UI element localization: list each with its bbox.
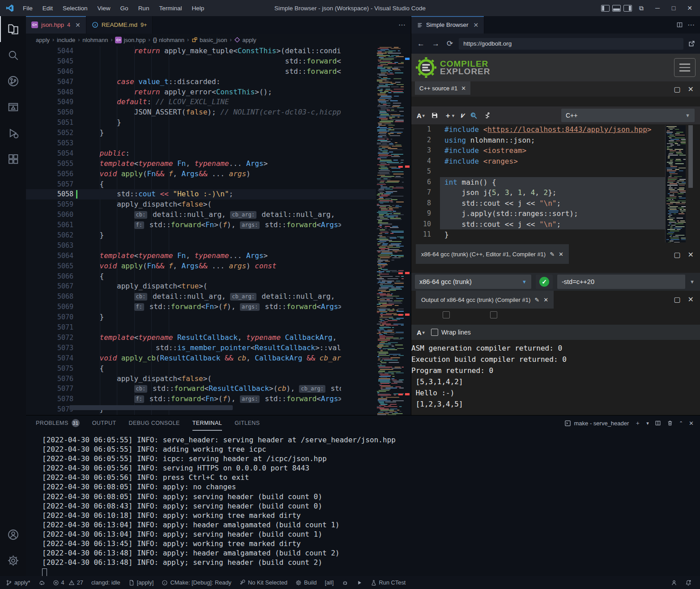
breadcrumb-item-json.hpp[interactable]: C+json.hpp bbox=[115, 37, 145, 43]
code-line-5076[interactable]: 5076 apply_dispatch<false>( bbox=[26, 374, 376, 384]
kill-terminal-icon[interactable] bbox=[667, 420, 673, 426]
open-external-icon[interactable] bbox=[688, 40, 696, 47]
minimap[interactable] bbox=[376, 46, 404, 415]
toggle-secondary-sidebar-icon[interactable] bbox=[623, 5, 632, 12]
ce-code-line-2[interactable]: 2using nlohmann::json; bbox=[411, 135, 700, 146]
menu-selection[interactable]: Selection bbox=[59, 3, 92, 13]
activity-extensions-icon[interactable] bbox=[0, 146, 26, 172]
code-line-5052[interactable]: 5052 } bbox=[26, 128, 376, 138]
compiler-select[interactable]: x86-64 gcc (trunk) ▼ bbox=[415, 275, 531, 289]
activity-run-debug-icon[interactable] bbox=[0, 120, 26, 146]
code-line-5078[interactable]: 5078 f: std::forward<Fn>(f), args: std::… bbox=[26, 394, 376, 404]
breadcrumb-item-nlohmann[interactable]: nlohmann bbox=[82, 37, 108, 43]
status-clangd-status[interactable]: clangd: idle bbox=[87, 578, 124, 588]
terminal-instance[interactable]: make - serve_header bbox=[564, 420, 629, 427]
ce-code-line-11[interactable]: 11} bbox=[411, 229, 700, 240]
menu-go[interactable]: Go bbox=[116, 3, 132, 13]
vim-toggle-icon[interactable]: 𝑣 bbox=[461, 111, 464, 119]
status-cmake-run[interactable] bbox=[352, 578, 367, 588]
close-icon[interactable]: ✕ bbox=[461, 85, 466, 92]
panel-tab-output[interactable]: OUTPUT bbox=[92, 415, 116, 431]
code-line-5054[interactable]: 5054 public: bbox=[26, 148, 376, 159]
code-line-5066[interactable]: 5066 { bbox=[26, 271, 376, 282]
menu-terminal[interactable]: Terminal bbox=[155, 3, 186, 13]
more-actions-icon[interactable]: ⋯ bbox=[398, 21, 405, 29]
split-editor-icon[interactable] bbox=[676, 21, 683, 28]
code-line-5044[interactable]: 5044 return apply_make_tuple<ConstThis>(… bbox=[26, 46, 376, 56]
activity-source-control-icon[interactable] bbox=[0, 68, 26, 94]
ce-source-tab[interactable]: C++ source #1 ✕ bbox=[415, 81, 470, 95]
code-line-5048[interactable]: 5048 return apply_error<ConstThis>(); bbox=[26, 87, 376, 97]
code-line-5064[interactable]: 5064 template<typename Fn, typename... A… bbox=[26, 251, 376, 261]
quick-bench-icon[interactable] bbox=[484, 112, 491, 119]
status-cmake-target[interactable]: [all] bbox=[321, 578, 338, 588]
ce-compiler-tab[interactable]: x86-64 gcc (trunk) (C++, Editor #1, Comp… bbox=[416, 244, 569, 264]
status-publish[interactable] bbox=[34, 578, 49, 588]
activity-cmake-icon[interactable] bbox=[0, 94, 26, 120]
breadcrumb-item-apply[interactable]: apply bbox=[36, 37, 50, 43]
close-icon[interactable]: ✕ bbox=[75, 21, 81, 29]
font-size-button[interactable]: A▾ bbox=[417, 329, 425, 336]
activity-settings-icon[interactable] bbox=[0, 547, 26, 573]
status-cmake-debug[interactable] bbox=[338, 578, 352, 588]
ce-code-line-5[interactable]: 5 bbox=[411, 166, 700, 177]
ce-code-line-8[interactable]: 8 std::cout << j << "\n"; bbox=[411, 198, 700, 209]
breadcrumb-item-basic_json[interactable]: basic_json bbox=[192, 37, 227, 43]
minimize-button[interactable]: ─ bbox=[651, 2, 664, 14]
close-icon[interactable]: ✕ bbox=[474, 21, 479, 29]
horizontal-scrollbar[interactable] bbox=[69, 405, 233, 410]
menu-edit[interactable]: Edit bbox=[38, 3, 57, 13]
maximize-pane-icon[interactable]: ▢ bbox=[674, 250, 680, 259]
save-icon[interactable] bbox=[431, 112, 438, 119]
code-line-5060[interactable]: 5060 cb: detail::null_arg, cb_arg: detai… bbox=[26, 210, 376, 220]
cpp-insights-icon[interactable] bbox=[470, 112, 478, 119]
tab-simple-browser[interactable]: Simple Browser ✕ bbox=[411, 16, 484, 34]
toggle-sidebar-icon[interactable] bbox=[601, 5, 610, 12]
code-line-5046[interactable]: 5046 std::forward<Fn> bbox=[26, 67, 376, 77]
terminal-dropdown-icon[interactable]: ▾ bbox=[646, 420, 649, 426]
ce-code-line-10[interactable]: 10 std::cout << j << "\n"; bbox=[411, 219, 700, 230]
close-panel-icon[interactable]: ✕ bbox=[689, 420, 694, 427]
terminal-log[interactable]: [2022-04-30 06:05:55] INFO: serve_header… bbox=[42, 435, 696, 563]
new-terminal-icon[interactable]: ＋ bbox=[635, 419, 640, 427]
status-git-branch[interactable]: apply* bbox=[2, 578, 34, 588]
code-line-5058[interactable]: 5058 std::cout << "Hello :-)\n"; bbox=[26, 189, 376, 199]
maximize-pane-icon[interactable]: ▢ bbox=[674, 295, 680, 304]
options-dropdown-icon[interactable]: ▼ bbox=[690, 279, 696, 284]
output-option-checkbox[interactable] bbox=[490, 311, 497, 318]
tab-json-hpp[interactable]: C+json.hpp4✕ bbox=[26, 16, 86, 34]
reload-icon[interactable]: ⟳ bbox=[445, 39, 454, 48]
panel-tab-terminal[interactable]: TERMINAL bbox=[192, 415, 222, 431]
output-option-checkbox[interactable] bbox=[443, 311, 450, 318]
code-line-5071[interactable]: 5071 bbox=[26, 322, 376, 333]
url-input[interactable]: https://godbolt.org bbox=[459, 38, 683, 50]
breadcrumb[interactable]: apply›include›nlohmann›C+json.hpp›{}nloh… bbox=[26, 34, 411, 46]
activity-account-icon[interactable] bbox=[0, 521, 26, 547]
status-cmake-kit[interactable]: No Kit Selected bbox=[235, 578, 291, 588]
status-cmake-project[interactable]: [apply] bbox=[124, 578, 158, 588]
customize-layout-icon[interactable]: ⧉ bbox=[635, 2, 648, 14]
font-size-button[interactable]: A▾ bbox=[417, 112, 425, 119]
forward-icon[interactable]: → bbox=[431, 39, 441, 48]
status-cmake-status[interactable]: CMake: [Debug]: Ready bbox=[158, 578, 235, 588]
status-feedback[interactable] bbox=[667, 578, 681, 588]
maximize-button[interactable]: □ bbox=[667, 2, 680, 14]
ce-code-line-6[interactable]: 6int main() { bbox=[411, 177, 700, 188]
activity-search-icon[interactable] bbox=[0, 42, 26, 68]
code-line-5057[interactable]: 5057 { bbox=[26, 179, 376, 190]
status-problems[interactable]: 427 bbox=[49, 578, 87, 588]
code-line-5045[interactable]: 5045 std::forward<Res bbox=[26, 56, 376, 67]
close-icon[interactable]: ✕ bbox=[543, 297, 548, 303]
menu-file[interactable]: File bbox=[19, 3, 37, 13]
status-run-ctest[interactable]: Run CTest bbox=[367, 578, 410, 588]
toggle-panel-icon[interactable] bbox=[612, 5, 621, 12]
ce-code-line-3[interactable]: 3#include <iostream> bbox=[411, 145, 700, 156]
rename-icon[interactable]: ✎ bbox=[534, 297, 539, 303]
code-line-5053[interactable]: 5053 bbox=[26, 138, 376, 148]
rename-icon[interactable]: ✎ bbox=[550, 251, 555, 258]
close-pane-icon[interactable]: ✕ bbox=[688, 295, 694, 304]
code-line-5059[interactable]: 5059 apply_dispatch<false>( bbox=[26, 199, 376, 210]
code-line-5074[interactable]: 5074 void apply_cb(ResultCallback && cb,… bbox=[26, 353, 376, 364]
close-window-button[interactable]: ✕ bbox=[683, 2, 696, 14]
code-line-5075[interactable]: 5075 { bbox=[26, 364, 376, 374]
